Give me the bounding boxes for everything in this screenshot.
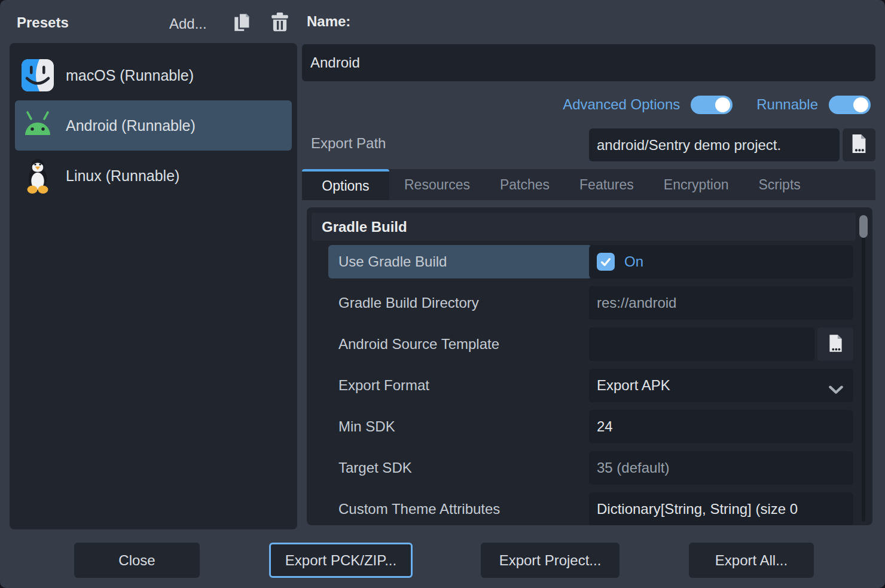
property-row-custom-theme-attributes: Custom Theme AttributesDictionary[String… bbox=[307, 492, 872, 525]
property-label-custom-theme-attributes[interactable]: Custom Theme Attributes bbox=[328, 492, 589, 525]
export-dialog: Presets Add... macOS (Runnabl bbox=[0, 0, 885, 588]
property-label-export-format[interactable]: Export Format bbox=[328, 369, 589, 402]
section-header-gradle-build: Gradle Build bbox=[312, 213, 856, 241]
file-dialog-icon bbox=[850, 133, 868, 157]
export-all-button[interactable]: Export All... bbox=[689, 543, 814, 578]
dropdown-selected-label: Export APK bbox=[597, 377, 670, 394]
duplicate-icon bbox=[231, 11, 253, 35]
tab-resources[interactable]: Resources bbox=[389, 169, 485, 200]
preset-item-macos[interactable]: macOS (Runnable) bbox=[15, 50, 292, 100]
tab-scripts[interactable]: Scripts bbox=[743, 169, 815, 200]
export-path-input[interactable] bbox=[589, 128, 840, 161]
property-row-min-sdk: Min SDK24 bbox=[307, 410, 872, 443]
preset-item-label: Android (Runnable) bbox=[66, 117, 196, 134]
preset-item-android[interactable]: Android (Runnable) bbox=[15, 100, 292, 151]
preset-item-linux[interactable]: Linux (Runnable) bbox=[15, 151, 292, 201]
property-row-gradle-build-directory: Gradle Build Directoryres://android bbox=[307, 286, 872, 320]
property-row-target-sdk: Target SDK35 (default) bbox=[307, 451, 872, 485]
preset-list: macOS (Runnable) Android (Runnable) Linu… bbox=[10, 43, 297, 529]
file-field-android-source-template[interactable] bbox=[589, 327, 814, 361]
tab-options[interactable]: Options bbox=[302, 169, 389, 200]
macos-finder-icon bbox=[21, 59, 54, 92]
preset-item-label: macOS (Runnable) bbox=[66, 67, 194, 84]
options-panel: Gradle Build Use Gradle Build On Gradle … bbox=[307, 207, 872, 525]
property-rows: Use Gradle Build On Gradle Build Directo… bbox=[307, 245, 872, 525]
property-label-gradle-build-directory[interactable]: Gradle Build Directory bbox=[328, 286, 589, 320]
export-pck-zip-button[interactable]: Export PCK/ZIP... bbox=[269, 543, 413, 578]
property-row-export-format: Export Format Export APK bbox=[307, 369, 872, 402]
export-project-button[interactable]: Export Project... bbox=[481, 543, 620, 578]
export-options-tabbar: OptionsResourcesPatchesFeaturesEncryptio… bbox=[302, 169, 875, 200]
export-path-label: Export Path bbox=[311, 135, 386, 152]
export-path-browse-button[interactable] bbox=[843, 128, 875, 161]
value-field-custom-theme-attributes[interactable]: Dictionary[String, String] (size 0 bbox=[589, 492, 853, 525]
checkbox-state-label: On bbox=[624, 253, 643, 270]
tab-encryption[interactable]: Encryption bbox=[649, 169, 744, 200]
android-icon bbox=[21, 109, 54, 142]
toggle-knob bbox=[715, 97, 730, 112]
toggles-row: Advanced OptionsRunnable bbox=[302, 93, 871, 116]
property-label-target-sdk[interactable]: Target SDK bbox=[328, 451, 589, 485]
close-button[interactable]: Close bbox=[74, 543, 200, 578]
presets-title: Presets bbox=[17, 14, 69, 31]
toggle-label-advanced-options: Advanced Options bbox=[563, 96, 680, 113]
linux-tux-icon bbox=[21, 159, 54, 192]
delete-preset-button[interactable] bbox=[268, 12, 291, 35]
file-browse-button-android-source-template[interactable] bbox=[817, 327, 853, 361]
add-preset-button[interactable]: Add... bbox=[169, 16, 207, 32]
checkbox-checked-icon[interactable] bbox=[597, 253, 615, 271]
property-label-min-sdk[interactable]: Min SDK bbox=[328, 410, 589, 443]
value-field-min-sdk[interactable]: 24 bbox=[589, 410, 853, 443]
file-dialog-icon bbox=[828, 333, 844, 356]
property-row-use-gradle-build: Use Gradle Build On bbox=[307, 245, 872, 278]
scrollbar[interactable] bbox=[859, 215, 868, 522]
name-input[interactable] bbox=[302, 44, 875, 81]
value-field-gradle-build-directory[interactable]: res://android bbox=[589, 286, 853, 320]
toggle-knob bbox=[853, 97, 868, 112]
scrollbar-grabber[interactable] bbox=[859, 215, 868, 238]
name-label: Name: bbox=[307, 13, 350, 30]
property-row-android-source-template: Android Source Template bbox=[307, 327, 872, 361]
chevron-down-icon bbox=[828, 381, 844, 398]
scrollbar-track[interactable] bbox=[862, 215, 865, 522]
toggle-label-runnable: Runnable bbox=[756, 96, 818, 113]
tab-features[interactable]: Features bbox=[564, 169, 649, 200]
toggle-switch-runnable[interactable] bbox=[829, 96, 871, 114]
trash-icon bbox=[269, 11, 291, 35]
checkbox-value-use-gradle-build[interactable]: On bbox=[589, 245, 853, 278]
property-label-android-source-template[interactable]: Android Source Template bbox=[328, 327, 589, 361]
toggle-switch-advanced-options[interactable] bbox=[691, 96, 733, 114]
value-field-target-sdk[interactable]: 35 (default) bbox=[589, 451, 853, 485]
duplicate-preset-button[interactable] bbox=[231, 12, 254, 35]
preset-item-label: Linux (Runnable) bbox=[66, 167, 179, 185]
dropdown-export-format[interactable]: Export APK bbox=[589, 369, 853, 402]
tab-patches[interactable]: Patches bbox=[485, 169, 564, 200]
property-label-use-gradle-build[interactable]: Use Gradle Build bbox=[328, 245, 592, 278]
